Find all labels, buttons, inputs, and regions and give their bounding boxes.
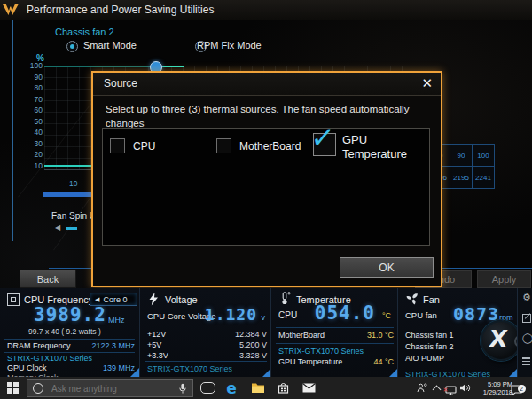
motherboard-checkbox-label: MotherBoard (239, 140, 301, 153)
motherboard-checkbox[interactable] (216, 138, 231, 153)
hardware-monitor-bar: CPU Frequency ◀ Core 0 3989.2 MHz 99.7 x… (0, 288, 532, 377)
core-prev-arrow-icon[interactable]: ◀ (95, 296, 99, 303)
y-tick: 60 (35, 106, 43, 114)
rail-12v-value: 12.384 V (235, 330, 267, 339)
edge-button[interactable]: e (220, 377, 243, 399)
store-button[interactable] (271, 377, 294, 399)
thermal-source-list: CPU MotherBoard ✓ GPU Temperature (102, 128, 430, 246)
rpm-cell: 2241 (472, 166, 495, 189)
smart-mode-radio[interactable] (66, 41, 78, 52)
cpu-fan-label: CPU fan (405, 310, 437, 320)
chassis-fan2-label: Chassis fan 2 (405, 342, 454, 351)
file-explorer-icon (251, 382, 265, 394)
cpu-chip-icon (7, 293, 20, 306)
network-button[interactable]: ✕ (442, 377, 458, 399)
divider (276, 327, 394, 328)
left-accent-line (12, 20, 13, 241)
gpu-temperature-checkbox[interactable]: ✓ (313, 133, 336, 156)
fan-spin-slider-handle[interactable] (66, 227, 77, 230)
rail-3v-value: 3.328 V (239, 351, 267, 360)
circle-icon[interactable]: ◯ (522, 332, 532, 344)
rail-3v-label: +3.3V (147, 351, 168, 360)
cpu-temp-value: 054.0 (315, 302, 375, 324)
slider-left-arrow-icon[interactable]: ◀ (55, 223, 60, 231)
cpu-checkbox[interactable] (110, 138, 125, 153)
cortana-icon (33, 383, 43, 394)
divider (4, 352, 135, 353)
rpm-cell: 2195 (450, 166, 473, 189)
chevron-up-icon (432, 385, 441, 394)
x-axis-range-bar (43, 192, 93, 197)
temperature-panel: Temperature CPU 054.0 °C MotherBoard 31.… (270, 288, 398, 377)
thermometer-icon (280, 292, 291, 305)
rail-row: +12V 12.384 V (147, 330, 267, 339)
y-tick: 40 (35, 129, 43, 137)
edit-icon[interactable] (522, 314, 531, 323)
voltage-panel: Voltage CPU Core Voltage 1.120 v +12V 12… (139, 288, 271, 377)
gear-icon[interactable]: ⚙ (522, 292, 531, 303)
side-tool-strip: ⚙ ◯ (517, 288, 532, 377)
apply-button[interactable]: Apply (477, 270, 531, 288)
task-view-button[interactable] (196, 377, 219, 399)
cpu-frequency-detail: 99.7 x 40 ( 9.2 watts ) (28, 327, 101, 336)
gpu-temperature-checkbox-label: GPU Temperature (342, 133, 420, 162)
smart-mode-label: Smart Mode (83, 40, 137, 51)
chassis-fan1-row: Chassis fan 1 (405, 331, 479, 340)
divider (145, 361, 267, 362)
divider (276, 343, 394, 344)
dialog-message-line1: Select up to three (3) thermal sources. … (106, 104, 409, 129)
fan-curve-low-segment (44, 165, 93, 167)
fan-panel: Fan CPU fan 0873 rpm Chassis fan 1 Chass… (397, 288, 518, 377)
people-button[interactable] (413, 377, 431, 399)
dram-frequency-label: DRAM Frequency (7, 341, 71, 350)
people-icon (417, 383, 427, 393)
action-center-button[interactable]: 2 (505, 377, 527, 399)
fan-curve-segment (44, 66, 151, 67)
fan-title: Fan (423, 294, 440, 305)
store-icon (278, 382, 289, 394)
check-icon: ✓ (309, 121, 336, 153)
menu-icon[interactable] (522, 357, 530, 365)
cpu-frequency-panel: CPU Frequency ◀ Core 0 3989.2 MHz 99.7 x… (0, 288, 139, 377)
y-tick: 80 (35, 84, 43, 92)
microphone-icon[interactable] (179, 383, 186, 395)
mail-icon (302, 383, 316, 393)
rail-5v-label: +5V (147, 340, 161, 349)
aio-pump-label: AIO PUMP (405, 354, 444, 363)
source-dialog: Source ✕ Select up to three (3) thermal … (91, 71, 442, 287)
y-tick: 10 (35, 162, 43, 170)
network-error-badge: ✕ (443, 387, 449, 394)
gpu-clock-row: GPU Clock 139 MHz (7, 364, 135, 372)
y-tick: 30 (35, 140, 43, 148)
chassis-fan2-row: Chassis fan 2 (405, 342, 479, 351)
cpu-temp-label: CPU (278, 310, 297, 320)
tray-expand-button[interactable] (430, 377, 442, 399)
chassis-fan1-label: Chassis fan 1 (405, 331, 454, 340)
dialog-title: Source (104, 73, 137, 95)
y-tick: 100 (30, 62, 43, 70)
voltage-title: Voltage (165, 294, 198, 305)
rail-row: +3.3V 3.328 V (147, 351, 267, 360)
gpu-series-label: STRIX-GTX1070 Series (7, 354, 92, 363)
ok-button[interactable]: OK (340, 257, 434, 278)
fan-icon (405, 292, 419, 306)
y-tick: 20 (35, 151, 43, 159)
core-selector-value: Core 0 (103, 295, 127, 304)
rail-row: +5V 5.200 V (147, 340, 267, 349)
back-button[interactable]: Back (20, 270, 76, 288)
tuf-logo-icon (2, 3, 20, 17)
task-view-icon (200, 382, 215, 394)
motherboard-temp-row: MotherBoard 31.0 °C (278, 331, 394, 340)
close-icon[interactable]: ✕ (421, 75, 433, 91)
start-button[interactable] (0, 377, 25, 399)
windows-taskbar: e (0, 377, 532, 399)
cortana-search-box[interactable] (27, 379, 193, 397)
rpm-fix-mode-label: RPM Fix Mode (197, 40, 262, 51)
y-tick: 50 (35, 118, 43, 126)
y-tick: 90 (35, 74, 43, 82)
search-input[interactable] (50, 383, 179, 395)
file-explorer-button[interactable] (246, 377, 270, 399)
cpu-core-voltage-unit: v (262, 313, 266, 322)
gpu-series-label: STRIX-GTX1070 Series (147, 364, 232, 373)
mail-button[interactable] (296, 377, 321, 399)
